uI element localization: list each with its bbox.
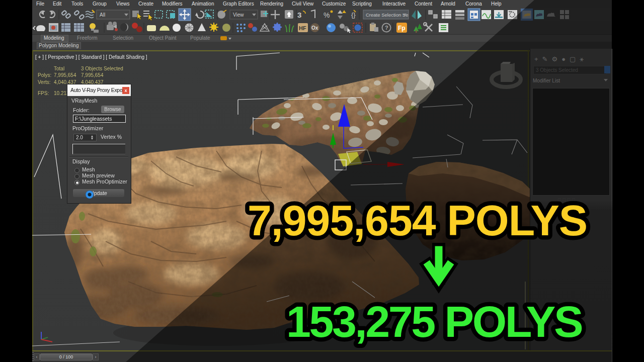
svg-text:153,275 POLYS: 153,275 POLYS xyxy=(286,297,582,346)
svg-text:7,995,654 POLYS: 7,995,654 POLYS xyxy=(248,196,587,244)
